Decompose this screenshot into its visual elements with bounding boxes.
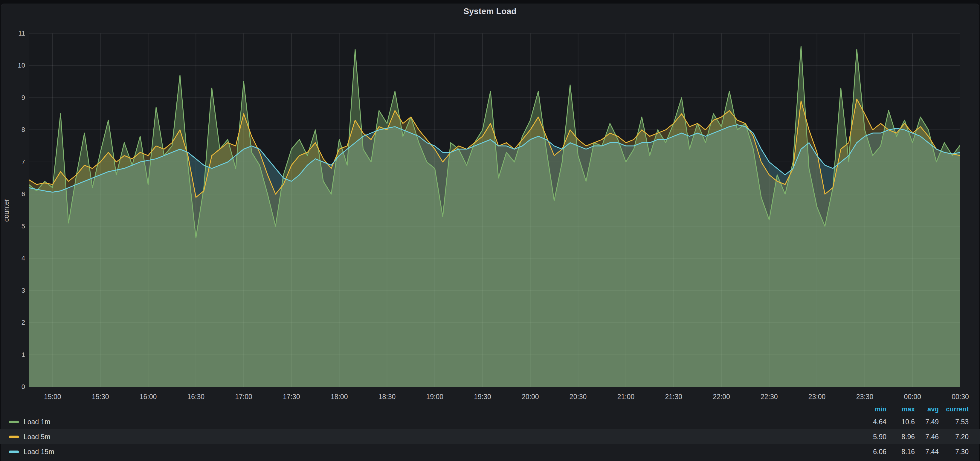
- legend-swatch-icon[interactable]: [9, 450, 19, 453]
- legend-stat-min: 6.06: [854, 448, 886, 456]
- x-tick-label: 00:00: [891, 392, 933, 401]
- x-tick-label: 16:30: [175, 392, 217, 401]
- x-tick-label: 17:00: [223, 392, 264, 401]
- y-tick-label: 1: [0, 351, 25, 359]
- legend-stat-min: 5.90: [854, 433, 886, 441]
- x-tick-label: 17:30: [270, 392, 312, 401]
- legend-swatch-icon[interactable]: [9, 421, 19, 423]
- legend-col-avg[interactable]: avg: [915, 405, 939, 413]
- x-tick-label: 18:00: [318, 392, 360, 401]
- legend-series-label[interactable]: Load 1m: [24, 418, 51, 426]
- y-axis-label: counter: [2, 199, 11, 222]
- legend-stat-current: 7.30: [939, 448, 969, 456]
- legend-col-max[interactable]: max: [886, 405, 915, 413]
- legend-series-label[interactable]: Load 5m: [24, 433, 51, 441]
- legend-series-toggle-load-5m[interactable]: Load 5m: [0, 433, 854, 441]
- x-tick-label: 20:00: [509, 392, 551, 401]
- legend-series-toggle-load-15m[interactable]: Load 15m: [0, 448, 854, 456]
- legend: min max avg current Load 1m4.6410.67.497…: [0, 404, 980, 459]
- x-tick-label: 18:30: [366, 392, 408, 401]
- legend-col-current[interactable]: current: [939, 405, 969, 413]
- legend-stat-current: 7.20: [939, 433, 969, 441]
- legend-stat-max: 8.96: [886, 433, 915, 441]
- y-tick-label: 5: [0, 222, 25, 230]
- y-tick-label: 6: [0, 190, 25, 198]
- legend-item-load-15m: Load 15m6.068.167.447.30: [0, 444, 980, 459]
- legend-swatch-icon[interactable]: [9, 436, 19, 438]
- y-tick-label: 3: [0, 286, 25, 295]
- x-tick-label: 22:30: [748, 392, 790, 401]
- x-tick-label: 00:30: [939, 392, 980, 401]
- legend-rows: Load 1m4.6410.67.497.53Load 5m5.908.967.…: [0, 414, 980, 459]
- x-tick-label: 23:00: [796, 392, 838, 401]
- y-tick-label: 8: [0, 126, 25, 134]
- legend-stat-avg: 7.46: [915, 433, 939, 441]
- x-tick-label: 15:30: [80, 392, 121, 401]
- y-tick-label: 10: [0, 61, 25, 70]
- dashboard-page: System Load counter 01234567891011 15:00…: [0, 0, 980, 461]
- x-tick-label: 21:30: [652, 392, 695, 401]
- legend-item-load-5m: Load 5m5.908.967.467.20: [0, 429, 980, 444]
- y-tick-label: 2: [0, 318, 25, 327]
- legend-stat-current: 7.53: [939, 418, 969, 426]
- legend-series-label[interactable]: Load 15m: [24, 448, 54, 456]
- legend-series-toggle-load-1m[interactable]: Load 1m: [0, 418, 854, 426]
- x-tick-label: 20:30: [557, 392, 599, 401]
- x-tick-label: 16:00: [127, 392, 169, 401]
- legend-col-min[interactable]: min: [854, 405, 886, 413]
- x-tick-label: 23:30: [844, 392, 886, 401]
- panel-title[interactable]: System Load: [0, 6, 980, 16]
- series-load-15m-area: [29, 125, 960, 387]
- legend-stat-max: 10.6: [886, 418, 915, 426]
- legend-header: min max avg current: [0, 404, 980, 414]
- y-tick-label: 0: [0, 383, 25, 391]
- y-tick-label: 7: [0, 158, 25, 166]
- legend-stat-avg: 7.44: [915, 448, 939, 456]
- y-tick-label: 9: [0, 94, 25, 102]
- legend-stat-avg: 7.49: [915, 418, 939, 426]
- x-tick-label: 15:00: [32, 392, 73, 401]
- y-tick-label: 4: [0, 254, 25, 262]
- legend-item-load-1m: Load 1m4.6410.67.497.53: [0, 414, 980, 429]
- y-tick-label: 11: [0, 29, 25, 38]
- x-tick-label: 19:00: [414, 392, 456, 401]
- y-axis: counter: [1, 33, 11, 387]
- x-tick-label: 19:30: [461, 392, 503, 401]
- graph-canvas[interactable]: [29, 33, 960, 387]
- x-tick-label: 21:00: [605, 392, 647, 401]
- legend-stat-min: 4.64: [854, 418, 886, 426]
- x-tick-label: 22:00: [700, 392, 742, 401]
- legend-stat-max: 8.16: [886, 448, 915, 456]
